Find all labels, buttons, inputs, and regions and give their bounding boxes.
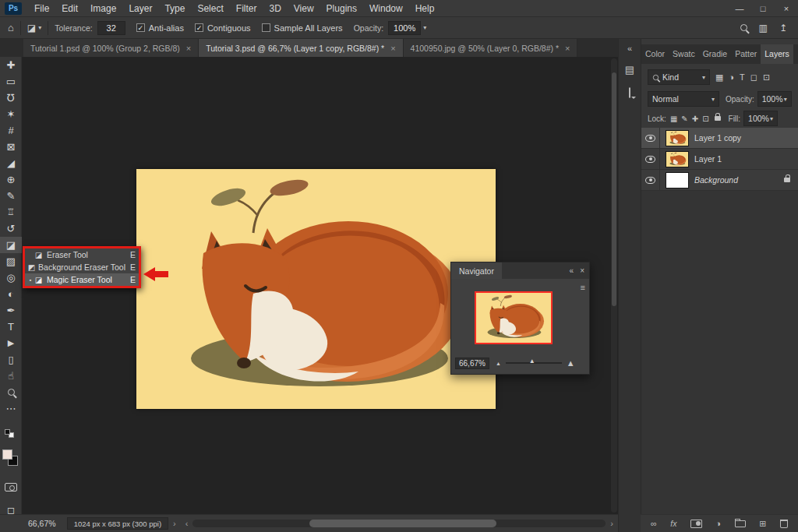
- scroll-right-icon[interactable]: ›: [610, 519, 613, 528]
- layer-name[interactable]: Layer 1 copy: [694, 133, 798, 143]
- path-selection-tool[interactable]: ▶: [0, 335, 22, 351]
- visibility-toggle[interactable]: [641, 170, 660, 191]
- dodge-tool[interactable]: ◐: [0, 286, 22, 302]
- close-icon[interactable]: ×: [775, 0, 798, 17]
- new-layer-icon[interactable]: ⊞: [759, 519, 766, 529]
- search-icon[interactable]: [740, 24, 747, 31]
- tab-swatches[interactable]: Swatc: [669, 44, 699, 64]
- panel-close-icon[interactable]: ×: [580, 266, 584, 275]
- maximize-icon[interactable]: □: [751, 0, 775, 17]
- lock-pixels-icon[interactable]: ✎: [681, 115, 687, 123]
- lock-all-icon[interactable]: [715, 116, 721, 121]
- tool-preset-dropdown-icon[interactable]: ▾: [38, 24, 41, 31]
- contiguous-option[interactable]: ✓ Contiguous: [195, 23, 251, 33]
- navigator-titlebar[interactable]: Navigator « ×: [451, 262, 589, 279]
- clone-stamp-tool[interactable]: ♖: [0, 204, 22, 220]
- menu-type[interactable]: Type: [158, 0, 191, 17]
- layer-name[interactable]: Background: [694, 175, 784, 185]
- horizontal-scrollbar-thumb[interactable]: [309, 520, 496, 527]
- layer-filter-dropdown[interactable]: Kind ▾: [648, 69, 710, 85]
- new-group-icon[interactable]: [735, 520, 746, 527]
- menu-file[interactable]: File: [28, 0, 55, 17]
- hand-tool[interactable]: ☝: [0, 368, 22, 384]
- zoom-out-icon[interactable]: ▲: [496, 361, 501, 366]
- tab-gradients[interactable]: Gradie: [699, 44, 732, 64]
- navigator-zoom-field[interactable]: 66,67%: [455, 358, 489, 369]
- filter-adjustment-layers-icon[interactable]: ◑: [729, 72, 734, 82]
- opacity-dropdown-icon[interactable]: ▾: [423, 24, 426, 31]
- document-tab-tutorial1[interactable]: Tutorial 1.psd @ 100% (Group 2, RGB/8) ×: [23, 39, 199, 57]
- lasso-tool[interactable]: ℧: [0, 90, 22, 106]
- tab-patterns[interactable]: Patter: [731, 44, 761, 64]
- horizontal-scrollbar[interactable]: [192, 520, 606, 527]
- fill-field[interactable]: 100% ▾: [743, 111, 778, 126]
- filter-shape-layers-icon[interactable]: ◻: [750, 72, 757, 83]
- artboard[interactable]: [136, 169, 496, 409]
- quick-selection-tool[interactable]: ✶: [0, 106, 22, 122]
- menu-edit[interactable]: Edit: [55, 0, 84, 17]
- gradient-tool[interactable]: ▨: [0, 253, 22, 270]
- history-brush-tool[interactable]: ↺: [0, 220, 22, 237]
- document-tab-4100950[interactable]: 4100950.jpg @ 50% (Layer 0, RGB/8#) * ×: [404, 39, 578, 57]
- zoom-in-icon[interactable]: ▲: [567, 358, 575, 368]
- brush-tool[interactable]: ✎: [0, 188, 22, 204]
- foreground-color-swatch[interactable]: [2, 449, 12, 460]
- minimize-icon[interactable]: —: [728, 0, 751, 17]
- navigator-proxy-view[interactable]: [476, 293, 551, 343]
- zoom-slider-thumb[interactable]: ▲: [529, 358, 535, 365]
- anti-alias-option[interactable]: ✓ Anti-alias: [136, 23, 184, 33]
- tab-close-icon[interactable]: ×: [390, 44, 395, 53]
- layer-name[interactable]: Layer 1: [694, 154, 798, 164]
- anti-alias-checkbox[interactable]: ✓: [136, 23, 145, 32]
- spot-healing-brush-tool[interactable]: ⊕: [0, 171, 22, 188]
- share-icon[interactable]: ↥: [779, 23, 787, 33]
- tab-close-icon[interactable]: ×: [565, 44, 570, 53]
- layer-thumbnail[interactable]: [666, 130, 689, 146]
- home-icon[interactable]: ⌂: [8, 22, 14, 33]
- navigator-tab[interactable]: Navigator: [451, 262, 502, 279]
- menu-image[interactable]: Image: [84, 0, 122, 17]
- panel-menu-icon[interactable]: ≡: [581, 283, 585, 292]
- contiguous-checkbox[interactable]: ✓: [195, 23, 203, 32]
- lock-artboard-icon[interactable]: ⊡: [702, 115, 708, 123]
- quick-mask-button[interactable]: [0, 479, 22, 495]
- flyout-item-eraser[interactable]: ◪ Eraser Tool E: [25, 248, 139, 261]
- workspace-icon[interactable]: ▥: [759, 23, 768, 33]
- eraser-tool[interactable]: ◪: [0, 237, 22, 253]
- layer-row-background[interactable]: Background: [641, 170, 798, 191]
- horizontal-type-tool[interactable]: T: [0, 319, 22, 335]
- flyout-item-magic-eraser[interactable]: ▪ ◪ Magic Eraser Tool E: [25, 273, 139, 286]
- sample-all-layers-checkbox[interactable]: [262, 23, 270, 32]
- flyout-item-background-eraser[interactable]: ◩ Background Eraser Tool E: [25, 261, 139, 273]
- layer-thumbnail[interactable]: [666, 151, 689, 167]
- menu-window[interactable]: Window: [363, 0, 409, 17]
- menu-layer[interactable]: Layer: [122, 0, 158, 17]
- comments-panel-icon[interactable]: [629, 88, 630, 97]
- link-layers-icon[interactable]: ∞: [651, 519, 657, 528]
- menu-view[interactable]: View: [288, 0, 320, 17]
- filter-pixel-layers-icon[interactable]: ▦: [715, 72, 723, 83]
- libraries-panel-icon[interactable]: ▤: [625, 64, 634, 76]
- tool-preset-icon[interactable]: ◪: [27, 23, 36, 33]
- rectangle-tool[interactable]: ▯: [0, 351, 22, 368]
- navigator-zoom-slider[interactable]: ▲: [506, 362, 562, 364]
- menu-select[interactable]: Select: [191, 0, 229, 17]
- move-tool[interactable]: ✚: [0, 57, 22, 73]
- scroll-left-icon[interactable]: ‹: [185, 519, 189, 528]
- menu-filter[interactable]: Filter: [230, 0, 263, 17]
- layers-opacity-field[interactable]: 100% ▾: [757, 91, 792, 107]
- visibility-toggle[interactable]: [641, 128, 660, 149]
- add-layer-mask-icon[interactable]: [690, 520, 702, 528]
- layer-effects-icon[interactable]: fx: [670, 519, 676, 528]
- default-colors-icon[interactable]: [0, 429, 22, 439]
- tab-color[interactable]: Color: [641, 44, 669, 64]
- menu-plugins[interactable]: Plugins: [320, 0, 363, 17]
- menu-help[interactable]: Help: [409, 0, 441, 17]
- edit-toolbar-ellipsis[interactable]: ⋯: [0, 400, 22, 417]
- document-tab-tutorial3[interactable]: Tutorial 3.psd @ 66,7% (Layer 1 copy, RG…: [199, 39, 403, 57]
- panel-collapse-icon[interactable]: «: [570, 266, 574, 275]
- sample-all-layers-option[interactable]: Sample All Layers: [262, 23, 343, 33]
- visibility-toggle[interactable]: [641, 149, 660, 170]
- crop-tool[interactable]: #: [0, 122, 22, 139]
- filter-type-layers-icon[interactable]: T: [740, 72, 745, 82]
